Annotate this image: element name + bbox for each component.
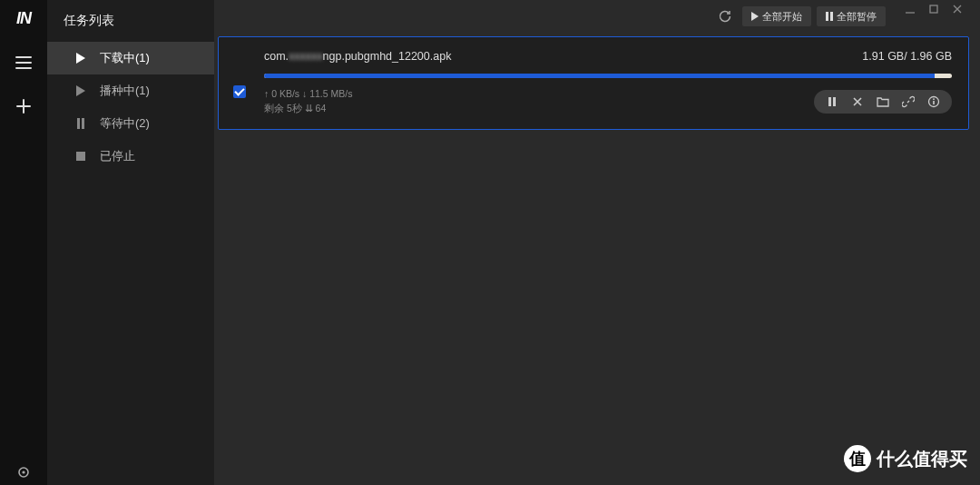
sidebar-title: 任务列表 <box>47 9 214 42</box>
app-logo: IN <box>16 9 31 28</box>
task-filename: com.xxxxxxngp.pubgmhd_12200.apk <box>264 50 451 63</box>
watermark: 值 什么值得买 <box>844 445 967 472</box>
svg-rect-2 <box>76 152 85 161</box>
sidebar: 任务列表 下载中(1) 播种中(1) 等待中(2) 已停止 <box>47 0 214 485</box>
sidebar-item-label: 已停止 <box>100 148 135 164</box>
task-stats: ↑ 0 KB/s ↓ 11.5 MB/s 剩余 5秒 ⇊ 64 <box>264 87 352 116</box>
sidebar-item-label: 等待中(2) <box>100 115 150 132</box>
target-icon[interactable] <box>15 463 33 481</box>
task-checkbox[interactable] <box>233 85 246 98</box>
stop-icon <box>74 152 87 161</box>
sidebar-item-label: 下载中(1) <box>100 50 150 66</box>
pause-icon <box>826 12 833 21</box>
play-icon <box>751 12 759 21</box>
task-card[interactable]: com.xxxxxxngp.pubgmhd_12200.apk 1.91 GB/… <box>218 36 969 130</box>
task-pause-button[interactable] <box>821 93 843 111</box>
sidebar-item-stopped[interactable]: 已停止 <box>47 140 214 173</box>
sidebar-item-seeding[interactable]: 播种中(1) <box>47 74 214 107</box>
progress-bar <box>264 74 952 78</box>
minimize-button[interactable] <box>898 1 922 17</box>
close-button[interactable] <box>946 1 969 17</box>
watermark-badge: 值 <box>844 445 871 472</box>
task-list: com.xxxxxxngp.pubgmhd_12200.apk 1.91 GB/… <box>214 33 980 485</box>
refresh-button[interactable] <box>713 6 737 26</box>
svg-rect-6 <box>933 101 935 104</box>
window-controls <box>898 1 969 17</box>
pause-all-label: 全部暂停 <box>837 10 877 24</box>
pause-icon <box>74 118 87 129</box>
sidebar-item-downloading[interactable]: 下载中(1) <box>47 42 214 74</box>
task-size: 1.91 GB/ 1.96 GB <box>862 50 952 63</box>
task-speed: ↑ 0 KB/s ↓ 11.5 MB/s <box>264 87 352 102</box>
task-info-button[interactable] <box>923 93 945 111</box>
start-all-button[interactable]: 全部开始 <box>742 6 811 26</box>
maximize-button[interactable] <box>922 1 946 17</box>
sidebar-item-label: 播种中(1) <box>100 83 150 99</box>
task-remove-button[interactable] <box>847 93 868 111</box>
main: 全部开始 全部暂停 <box>214 0 980 485</box>
task-eta: 剩余 5秒 ⇊ 64 <box>264 102 352 116</box>
play-icon <box>74 53 87 64</box>
svg-rect-3 <box>930 5 937 13</box>
rail: IN <box>0 0 47 485</box>
topbar: 全部开始 全部暂停 <box>214 0 980 33</box>
svg-point-1 <box>22 470 24 473</box>
play-icon <box>74 85 87 96</box>
progress-fill <box>264 74 935 78</box>
svg-point-5 <box>933 98 935 100</box>
watermark-text: 什么值得买 <box>877 447 967 471</box>
add-icon[interactable] <box>15 97 33 115</box>
menu-icon[interactable] <box>15 54 33 72</box>
task-actions <box>814 90 952 114</box>
task-folder-button[interactable] <box>872 93 894 111</box>
sidebar-item-waiting[interactable]: 等待中(2) <box>47 107 214 140</box>
pause-all-button[interactable]: 全部暂停 <box>817 6 886 26</box>
start-all-label: 全部开始 <box>762 10 802 24</box>
task-link-button[interactable] <box>897 93 919 111</box>
